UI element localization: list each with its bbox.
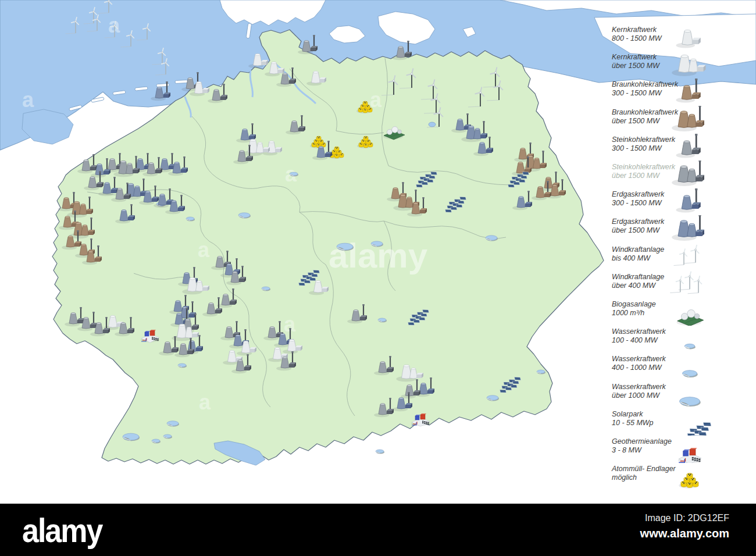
legend-item-barrels: Atommüll- Endlagermöglich	[605, 462, 754, 490]
legend-icon-skw_l	[663, 161, 714, 188]
legend-item-water_s: Wasserkraftwerk100 - 400 MW	[605, 325, 754, 353]
legend-item-water_l: Wasserkraftwerküber 1000 MW	[605, 380, 754, 408]
legend-icon-bkw_s	[663, 78, 714, 106]
legend-item-gkw_s: Erdgaskraftwerk300 - 1500 MW	[605, 188, 754, 216]
svg-text:a: a	[22, 88, 34, 112]
legend-icon-kkw_l	[663, 51, 714, 79]
legend-item-wind_l: Windkraftanlageüber 400 MW	[605, 270, 754, 298]
svg-text:a: a	[199, 390, 211, 414]
lake-mueritz	[429, 122, 436, 127]
legend-item-solar: Solarpark10 - 55 MWp	[605, 408, 754, 436]
legend-item-bkw_l: Braunkohlekraftwerküber 1500 MW	[605, 106, 754, 134]
legend-item-skw_s: Steinkohlekraftwerk300 - 1500 MW	[605, 133, 754, 161]
legend-icon-skw_s	[663, 133, 714, 161]
legend-item-bkw_s: Braunkohlekraftwerk300 - 1500 MW	[605, 78, 754, 106]
legend: Kernkraftwerk800 - 1500 MWKernkraftwerkü…	[605, 0, 755, 504]
legend-icon-gkw_s	[663, 188, 714, 216]
legend-icon-wind_l	[663, 270, 714, 298]
svg-text:a: a	[198, 238, 210, 262]
legend-item-biogas: Biogasanlage1000 m³/h	[605, 298, 754, 326]
legend-icon-biogas	[663, 298, 714, 326]
legend-icon-gkw_l	[663, 215, 714, 243]
legend-icon-kkw_s	[663, 23, 714, 51]
legend-item-kkw_l: Kernkraftwerküber 1500 MW	[605, 51, 754, 79]
watermark-bar: alamy Image ID: 2DG12EF www.alamy.com	[0, 504, 756, 556]
legend-icon-water_s	[663, 325, 714, 353]
legend-icon-barrels	[663, 462, 714, 490]
legend-item-geo: Geothermieanlage3 - 8 MW	[605, 435, 754, 463]
legend-icon-water_l	[663, 380, 714, 408]
marker-water_s	[376, 450, 384, 454]
legend-icon-geo	[663, 435, 714, 463]
legend-item-kkw_s: Kernkraftwerk800 - 1500 MW	[605, 23, 754, 51]
stock-image: alamy a a a a a a a Kernkraftwerk800 - 1…	[0, 0, 756, 556]
alamy-logo: alamy	[22, 511, 102, 550]
legend-icon-wind_s	[663, 243, 714, 271]
legend-icon-bkw_l	[663, 106, 714, 134]
alamy-url: www.alamy.com	[640, 527, 729, 540]
image-id: Image ID: 2DG12EF	[640, 513, 729, 523]
legend-item-wind_s: Windkraftanlagebis 400 MW	[605, 243, 754, 271]
legend-icon-solar	[663, 408, 714, 436]
legend-icon-water_m	[663, 352, 714, 380]
legend-item-gkw_l: Erdgaskraftwerküber 1500 MW	[605, 215, 754, 243]
legend-item-water_m: Wasserkraftwerk400 - 1000 MW	[605, 352, 754, 380]
legend-item-skw_l: Steinkohlekraftwerküber 1500 MW	[605, 161, 754, 188]
